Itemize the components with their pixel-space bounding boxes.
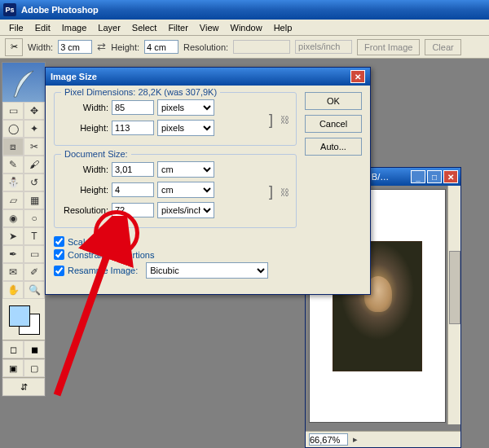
px-height-label: Height: — [61, 123, 108, 133]
px-width-label: Width: — [61, 103, 108, 112]
vertical-scrollbar[interactable] — [447, 186, 460, 424]
doc-width-input[interactable] — [112, 162, 154, 177]
menu-edit[interactable]: Edit — [29, 21, 56, 34]
quickmask-off-icon[interactable]: ◻ — [2, 340, 24, 358]
px-height-input[interactable] — [112, 121, 154, 135]
feather-icon — [2, 63, 45, 102]
doc-width-unit[interactable]: cm — [157, 161, 214, 178]
menu-filter[interactable]: Filter — [162, 21, 193, 34]
history-brush-icon[interactable]: ↺ — [24, 173, 45, 191]
statusbar-arrow-icon[interactable]: ▸ — [353, 434, 358, 445]
swap-icon[interactable]: ⇄ — [97, 41, 106, 53]
options-resolution-unit: pixels/inch — [295, 40, 352, 54]
doc-height-unit[interactable]: cm — [157, 182, 214, 198]
maximize-icon[interactable]: □ — [427, 170, 442, 183]
notes-tool-icon[interactable]: ✉ — [2, 263, 24, 281]
slice-tool-icon[interactable]: ✂ — [24, 138, 45, 156]
shape-tool-icon[interactable]: ▭ — [24, 245, 45, 263]
px-link-bracket-icon: ] — [269, 99, 280, 140]
image-size-dialog: Image Size ✕ Pixel Dimensions: 28,2K (wa… — [45, 67, 371, 295]
menu-view[interactable]: View — [194, 21, 225, 34]
px-width-unit[interactable]: pixels — [157, 99, 214, 116]
minimize-icon[interactable]: _ — [411, 170, 425, 183]
crop-tool-icon-2[interactable]: ⧈ — [2, 138, 24, 156]
screen-mode-2-icon[interactable]: ▢ — [24, 359, 45, 377]
eraser-tool-icon[interactable]: ▱ — [2, 191, 24, 209]
scale-styles-checkbox[interactable]: Scale Styles — [54, 236, 297, 247]
stamp-tool-icon[interactable]: ⛄ — [2, 173, 24, 191]
type-tool-icon[interactable]: T — [24, 227, 45, 245]
wand-tool-icon[interactable]: ✦ — [24, 120, 45, 138]
pixel-dim-value: 28,2K (was 307,9K) — [138, 87, 217, 97]
scroll-thumb[interactable] — [449, 251, 460, 324]
dialog-title: Image Size — [51, 72, 97, 81]
eyedropper-tool-icon[interactable]: ✐ — [24, 263, 45, 281]
constrain-checkbox[interactable]: Constrain Proportions — [54, 249, 297, 260]
zoom-input[interactable] — [309, 433, 348, 446]
options-resolution-input — [233, 40, 290, 54]
front-image-button[interactable]: Front Image — [357, 39, 420, 55]
options-height-label: Height: — [111, 42, 139, 52]
tools-grid: ▭ ✥ ◯ ✦ ⧈ ✂ ✎ 🖌 ⛄ ↺ ▱ ▦ ◉ ○ ➤ T ✒ ▭ ✉ ✐ … — [2, 102, 45, 299]
crop-tool-icon[interactable]: ✂ — [5, 38, 23, 56]
pixel-dimensions-group: Pixel Dimensions: 28,2K (was 307,9K) Wid… — [54, 92, 297, 146]
ok-button[interactable]: OK — [305, 92, 362, 110]
cancel-button[interactable]: Cancel — [305, 115, 362, 133]
doc-height-input[interactable] — [112, 182, 154, 197]
close-icon[interactable]: ✕ — [443, 170, 458, 183]
dialog-titlebar[interactable]: Image Size ✕ — [46, 68, 370, 86]
menu-select[interactable]: Select — [126, 21, 163, 34]
hand-tool-icon[interactable]: ✋ — [2, 281, 24, 299]
document-statusbar: ▸ — [306, 431, 460, 447]
path-tool-icon[interactable]: ➤ — [2, 227, 24, 245]
px-width-input[interactable] — [112, 100, 154, 115]
quickmask-on-icon[interactable]: ◼ — [24, 340, 45, 358]
menu-help[interactable]: Help — [268, 21, 298, 34]
doc-link-bracket-icon: ] — [269, 161, 280, 222]
options-height-input[interactable] — [144, 40, 178, 54]
marquee-tool-icon[interactable]: ▭ — [2, 102, 24, 120]
resample-method-select[interactable]: Bicubic — [146, 262, 268, 279]
gradient-tool-icon[interactable]: ▦ — [24, 191, 45, 209]
options-width-label: Width: — [28, 42, 53, 52]
lasso-tool-icon[interactable]: ◯ — [2, 120, 24, 138]
brush-tool-icon[interactable]: 🖌 — [24, 156, 45, 173]
doc-width-label: Width: — [61, 165, 108, 174]
app-logo-icon: Ps — [3, 3, 16, 16]
foreground-color-swatch[interactable] — [9, 305, 30, 327]
resolution-unit[interactable]: pixels/inch — [157, 202, 214, 218]
dialog-checkboxes: Scale Styles Constrain Proportions Resam… — [54, 236, 297, 279]
px-chain-icon[interactable]: ⛓ — [280, 115, 289, 125]
px-height-unit[interactable]: pixels — [157, 120, 214, 136]
doc-height-label: Height: — [61, 185, 108, 195]
toolbox: ▭ ✥ ◯ ✦ ⧈ ✂ ✎ 🖌 ⛄ ↺ ▱ ▦ ◉ ○ ➤ T ✒ ▭ ✉ ✐ … — [2, 62, 46, 397]
color-swatches — [2, 299, 45, 340]
document-size-group: Document Size: Width: cm Height: cm — [54, 154, 297, 228]
menubar: File Edit Image Layer Select Filter View… — [0, 20, 489, 36]
move-tool-icon[interactable]: ✥ — [24, 102, 45, 120]
dodge-tool-icon[interactable]: ○ — [24, 209, 45, 227]
menu-layer[interactable]: Layer — [92, 21, 126, 34]
screen-mode-1-icon[interactable]: ▣ — [2, 359, 24, 377]
app-titlebar: Ps Adobe Photoshop — [0, 0, 489, 20]
clear-button[interactable]: Clear — [425, 39, 460, 55]
zoom-tool-icon[interactable]: 🔍 — [24, 281, 45, 299]
options-width-input[interactable] — [58, 40, 92, 54]
app-title: Adobe Photoshop — [21, 5, 99, 15]
resolution-label: Resolution: — [61, 205, 108, 215]
auto-button[interactable]: Auto... — [305, 138, 362, 156]
options-resolution-label: Resolution: — [183, 42, 228, 52]
options-bar: ✂ Width: ⇄ Height: Resolution: pixels/in… — [0, 36, 489, 59]
imageready-icon[interactable]: ⇵ — [2, 378, 45, 396]
menu-image[interactable]: Image — [56, 21, 93, 34]
menu-file[interactable]: File — [3, 21, 29, 34]
resolution-input[interactable] — [112, 203, 154, 217]
menu-window[interactable]: Window — [225, 21, 268, 34]
resample-checkbox[interactable]: Resample Image: Bicubic — [54, 262, 297, 279]
dialog-close-icon[interactable]: ✕ — [350, 70, 365, 83]
heal-tool-icon[interactable]: ✎ — [2, 156, 24, 173]
doc-chain-icon[interactable]: ⛓ — [280, 187, 289, 197]
pen-tool-icon[interactable]: ✒ — [2, 245, 24, 263]
blur-tool-icon[interactable]: ◉ — [2, 209, 24, 227]
pixel-dim-label: Pixel Dimensions: — [64, 87, 135, 97]
